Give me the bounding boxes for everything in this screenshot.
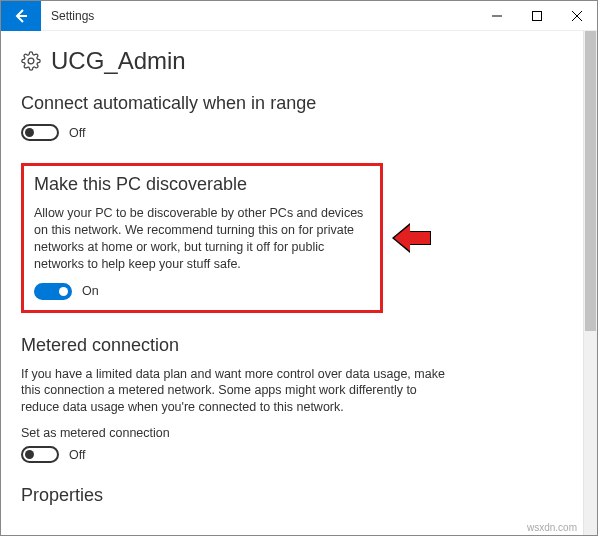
toggle-track — [21, 446, 59, 463]
section-metered: Metered connection If you have a limited… — [21, 335, 577, 464]
scrollbar-thumb[interactable] — [585, 31, 596, 331]
annotation-arrow — [392, 223, 432, 253]
content-area: UCG_Admin Connect automatically when in … — [1, 31, 597, 535]
window-controls — [477, 1, 597, 31]
discoverable-toggle[interactable]: On — [34, 283, 370, 300]
window-title: Settings — [41, 9, 477, 23]
toggle-label: Off — [69, 126, 85, 140]
toggle-track — [21, 124, 59, 141]
discoverable-highlight: Make this PC discoverable Allow your PC … — [21, 163, 383, 313]
section-title: Properties — [21, 485, 577, 506]
close-icon — [572, 11, 582, 21]
section-properties: Properties — [21, 485, 577, 506]
metered-sublabel: Set as metered connection — [21, 426, 577, 440]
toggle-knob — [59, 287, 68, 296]
gear-icon — [21, 51, 41, 71]
toggle-label: On — [82, 284, 99, 298]
svg-rect-0 — [533, 11, 542, 20]
close-button[interactable] — [557, 1, 597, 31]
page-header: UCG_Admin — [21, 47, 577, 75]
section-title: Connect automatically when in range — [21, 93, 577, 114]
page-title: UCG_Admin — [51, 47, 186, 75]
auto-connect-toggle[interactable]: Off — [21, 124, 577, 141]
section-title: Make this PC discoverable — [34, 174, 370, 195]
toggle-knob — [25, 450, 34, 459]
arrow-left-icon — [13, 8, 29, 24]
toggle-label: Off — [69, 448, 85, 462]
scrollbar[interactable] — [583, 31, 597, 535]
maximize-icon — [532, 11, 542, 21]
toggle-track — [34, 283, 72, 300]
minimize-icon — [492, 11, 502, 21]
watermark: wsxdn.com — [527, 522, 577, 533]
title-bar: Settings — [1, 1, 597, 31]
back-button[interactable] — [1, 1, 41, 31]
metered-toggle[interactable]: Off — [21, 446, 577, 463]
toggle-knob — [25, 128, 34, 137]
section-description: If you have a limited data plan and want… — [21, 366, 451, 417]
section-auto-connect: Connect automatically when in range Off — [21, 93, 577, 141]
section-description: Allow your PC to be discoverable by othe… — [34, 205, 370, 273]
section-title: Metered connection — [21, 335, 577, 356]
maximize-button[interactable] — [517, 1, 557, 31]
minimize-button[interactable] — [477, 1, 517, 31]
